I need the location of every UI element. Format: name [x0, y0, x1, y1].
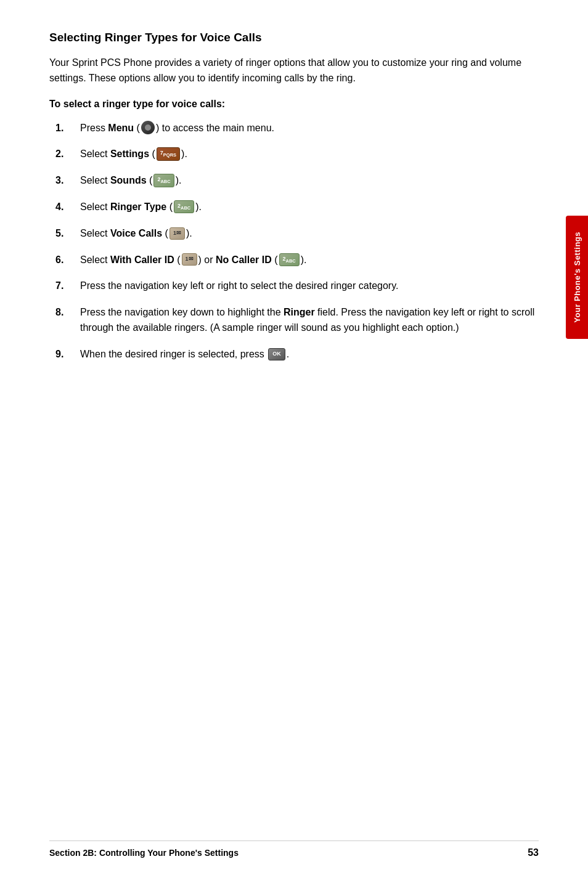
step-1: 1. Press Menu () to access the main menu…: [55, 121, 539, 136]
7pqrs-key-icon: 7PQRS: [157, 147, 180, 160]
step-5-bold: Voice Calls: [110, 228, 162, 238]
2abc-key-icon-6: 2ABC: [279, 253, 300, 266]
menu-icon: [141, 121, 155, 134]
steps-list: 1. Press Menu () to access the main menu…: [55, 121, 539, 362]
step-7-content: Press the navigation key left or right t…: [74, 279, 539, 294]
step-5: 5. Select Voice Calls (1✉).: [55, 226, 539, 242]
footer-page-number: 53: [528, 847, 539, 858]
step-5-number: 5.: [55, 226, 74, 242]
2abc-key-icon-4: 2ABC: [174, 200, 194, 213]
step-2: 2. Select Settings (7PQRS).: [55, 147, 539, 162]
step-8-bold: Ringer: [284, 307, 315, 317]
page-footer: Section 2B: Controlling Your Phone's Set…: [49, 840, 539, 858]
ok-key-icon: OK: [268, 348, 285, 360]
step-4-number: 4.: [55, 200, 74, 215]
step-1-number: 1.: [55, 121, 74, 136]
2abc-key-icon-3: 2ABC: [153, 174, 174, 187]
step-5-content: Select Voice Calls (1✉).: [74, 226, 539, 242]
step-6-bold2: No Caller ID: [216, 254, 272, 265]
step-3-bold: Sounds: [110, 175, 147, 185]
step-1-bold: Menu: [108, 123, 134, 133]
step-6-content: Select With Caller ID (1✉) or No Caller …: [74, 253, 539, 268]
step-7-number: 7.: [55, 279, 74, 294]
step-9: 9. When the desired ringer is selected, …: [55, 347, 539, 362]
step-7: 7. Press the navigation key left or righ…: [55, 279, 539, 294]
1-key-icon-6: 1✉: [182, 253, 197, 266]
step-6-number: 6.: [55, 253, 74, 268]
step-9-content: When the desired ringer is selected, pre…: [74, 347, 539, 362]
step-4-content: Select Ringer Type (2ABC).: [74, 200, 539, 215]
step-3-content: Select Sounds (2ABC).: [74, 173, 539, 189]
step-2-number: 2.: [55, 147, 74, 162]
intro-text: Your Sprint PCS Phone provides a variety…: [49, 55, 539, 86]
step-2-bold: Settings: [110, 149, 149, 159]
1-key-icon-5: 1✉: [169, 227, 185, 240]
sub-heading: To select a ringer type for voice calls:: [49, 99, 539, 110]
step-2-content: Select Settings (7PQRS).: [74, 147, 539, 162]
step-4: 4. Select Ringer Type (2ABC).: [55, 200, 539, 215]
page-container: Selecting Ringer Types for Voice Calls Y…: [0, 0, 588, 883]
step-8-content: Press the navigation key down to highlig…: [74, 305, 539, 336]
side-tab: Your Phone's Settings: [566, 216, 588, 339]
step-6: 6. Select With Caller ID (1✉) or No Call…: [55, 253, 539, 268]
step-3-number: 3.: [55, 173, 74, 189]
step-9-number: 9.: [55, 347, 74, 362]
step-8-number: 8.: [55, 305, 74, 320]
footer-section-label: Section 2B: Controlling Your Phone's Set…: [49, 848, 239, 858]
section-title: Selecting Ringer Types for Voice Calls: [49, 31, 539, 44]
side-tab-label: Your Phone's Settings: [573, 232, 582, 323]
step-6-bold1: With Caller ID: [110, 254, 174, 265]
step-1-content: Press Menu () to access the main menu.: [74, 121, 539, 136]
step-4-bold: Ringer Type: [110, 201, 166, 212]
step-3: 3. Select Sounds (2ABC).: [55, 173, 539, 189]
step-8: 8. Press the navigation key down to high…: [55, 305, 539, 336]
